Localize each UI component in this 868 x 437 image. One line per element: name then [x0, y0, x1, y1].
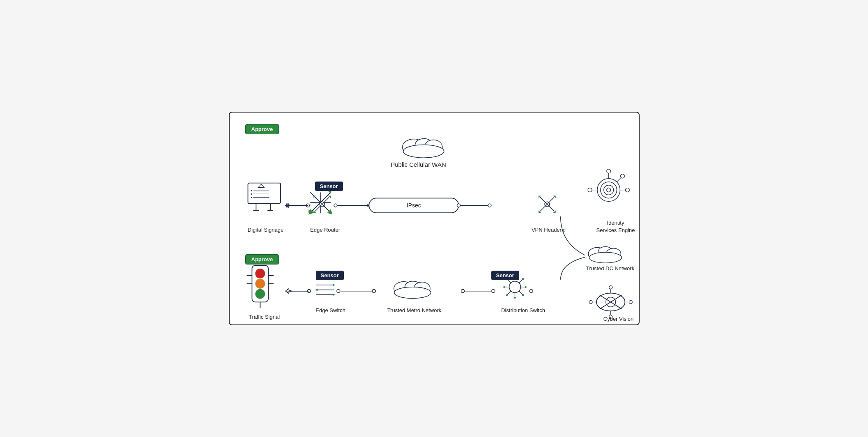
svg-marker-50 — [513, 297, 516, 299]
sensor-badge-2: Sensor — [316, 271, 344, 280]
svg-marker-66 — [315, 289, 318, 291]
label-identity-services: IdentityServices Engine — [591, 219, 640, 234]
svg-point-21 — [589, 252, 622, 263]
svg-marker-64 — [332, 284, 335, 286]
svg-point-119 — [336, 290, 340, 293]
approve-button-2[interactable]: Approve — [245, 254, 279, 264]
svg-point-75 — [251, 193, 252, 195]
svg-point-13 — [403, 145, 444, 158]
label-edge-router: Edge Router — [307, 227, 344, 233]
svg-text:IPsec: IPsec — [407, 202, 421, 209]
label-vpn-headend: VPN Headend — [526, 227, 571, 233]
svg-line-42 — [540, 204, 547, 211]
svg-point-17 — [394, 287, 431, 299]
svg-line-44 — [547, 204, 554, 211]
label-traffic-signal: Traffic Signal — [242, 314, 287, 320]
svg-line-40 — [547, 197, 554, 204]
svg-point-120 — [372, 290, 375, 293]
svg-line-57 — [519, 279, 523, 283]
svg-marker-54 — [525, 286, 527, 288]
label-cyber-vision: Cyber VisionCenter — [596, 315, 640, 325]
approve-button-1[interactable]: Approve — [245, 124, 279, 134]
svg-point-92 — [603, 185, 613, 195]
svg-line-59 — [507, 291, 511, 295]
svg-point-115 — [334, 204, 337, 207]
svg-rect-69 — [248, 183, 280, 204]
svg-point-101 — [620, 174, 624, 178]
svg-marker-52 — [502, 286, 504, 288]
svg-point-84 — [255, 289, 265, 299]
sensor-badge-1: Sensor — [315, 182, 343, 191]
label-distribution-switch: Distribution Switch — [493, 307, 554, 313]
label-digital-signage: Digital Signage — [245, 227, 286, 233]
diagram-svg: IPsec — [230, 113, 639, 324]
svg-line-61 — [519, 291, 523, 295]
svg-point-99 — [588, 188, 592, 192]
svg-point-83 — [255, 279, 265, 289]
label-edge-switch: Edge Switch — [310, 307, 351, 313]
sensor-badge-3: Sensor — [491, 271, 519, 280]
label-trusted-metro: Trusted Metro Network — [378, 307, 451, 313]
svg-line-33 — [315, 204, 322, 211]
svg-line-29 — [315, 197, 322, 204]
svg-point-123 — [530, 290, 533, 293]
svg-point-93 — [606, 188, 610, 192]
svg-point-95 — [625, 188, 629, 192]
diagram-container: IPsec — [229, 112, 640, 325]
svg-line-38 — [540, 197, 547, 204]
svg-point-121 — [461, 290, 464, 293]
svg-point-107 — [589, 300, 592, 304]
svg-point-122 — [491, 290, 495, 293]
svg-point-82 — [255, 269, 265, 278]
svg-point-111 — [609, 286, 612, 289]
svg-point-116 — [457, 204, 460, 207]
svg-line-100 — [617, 178, 621, 182]
svg-point-109 — [629, 300, 632, 304]
svg-point-97 — [606, 169, 610, 173]
svg-point-76 — [251, 197, 252, 198]
label-public-wan: Public Cellular WAN — [378, 161, 460, 168]
svg-line-31 — [322, 197, 329, 204]
svg-point-91 — [600, 182, 617, 198]
svg-point-74 — [251, 190, 252, 191]
svg-marker-68 — [332, 294, 335, 296]
svg-line-35 — [322, 204, 329, 211]
label-trusted-dc: Trusted DC Network — [584, 265, 637, 271]
svg-point-46 — [509, 281, 520, 293]
svg-point-117 — [488, 204, 491, 207]
